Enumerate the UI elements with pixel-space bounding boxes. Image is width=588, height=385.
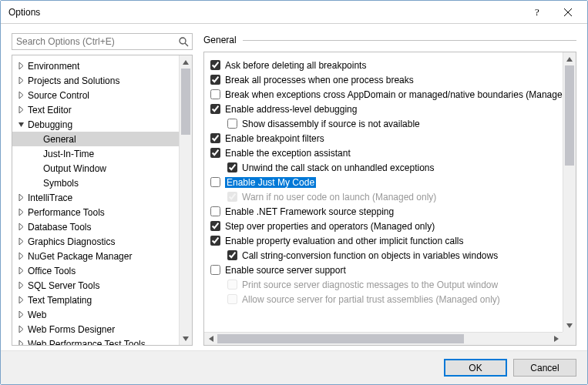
option-checkbox [227,294,237,304]
option-checkbox[interactable] [227,162,237,172]
option-checkbox [227,192,237,202]
chevron-right-icon[interactable] [15,61,26,72]
tree-item[interactable]: Projects and Solutions [12,73,192,88]
tree-item[interactable]: Database Tools [12,219,192,234]
option-item[interactable]: Enable address-level debugging [210,102,559,116]
option-item[interactable]: Ask before deleting all breakpoints [210,58,559,72]
tree-item[interactable]: Web Performance Test Tools [12,336,192,345]
option-item[interactable]: Enable the exception assistant [210,146,559,160]
tree-item[interactable]: NuGet Package Manager [12,249,192,263]
option-checkbox[interactable] [210,265,220,275]
option-item[interactable]: Break when exceptions cross AppDomain or… [210,87,559,102]
hscroll-thumb[interactable] [217,334,464,343]
tree-subitem[interactable]: General [12,132,192,146]
option-item[interactable]: Enable breakpoint filters [210,131,559,146]
tree-item[interactable]: Source Control [12,88,192,102]
tree-item[interactable]: Performance Tools [12,205,192,219]
close-button[interactable] [553,2,583,23]
search-field[interactable] [12,33,193,50]
chevron-right-icon[interactable] [15,295,26,306]
option-item[interactable]: Unwind the call stack on unhandled excep… [227,160,559,175]
tree-item[interactable]: Debugging [12,117,192,132]
right-column: General Ask before deleting all breakpoi… [203,33,576,346]
tree-item-label: Environment [26,61,79,72]
option-label: Step over properties and operators (Mana… [225,221,435,232]
chevron-right-icon[interactable] [15,192,26,203]
chevron-right-icon[interactable] [15,310,26,320]
option-label: Call string-conversion function on objec… [242,250,498,261]
chevron-right-icon[interactable] [15,236,26,247]
option-checkbox[interactable] [227,119,237,129]
option-item[interactable]: Enable Just My Code [210,175,559,189]
tree-scrollbar-thumb[interactable] [181,69,190,135]
chevron-right-icon[interactable] [15,222,26,233]
section-header: General [203,33,576,47]
tree-item[interactable]: SQL Server Tools [12,278,192,293]
scroll-left-icon[interactable] [204,333,217,345]
chevron-right-icon[interactable] [15,339,26,346]
tree-item[interactable]: Web Forms Designer [12,322,192,336]
chevron-right-icon[interactable] [15,207,26,218]
chevron-right-icon[interactable] [15,90,26,101]
ok-button[interactable]: OK [444,359,507,377]
option-label: Show disassembly if source is not availa… [242,119,420,129]
tree-subitem[interactable]: Symbols [12,176,192,190]
vscroll-track[interactable] [563,65,576,319]
scroll-up-icon[interactable] [180,55,192,69]
tree-item[interactable]: Graphics Diagnostics [12,234,192,249]
tree-item[interactable]: Text Templating [12,293,192,307]
tree-item[interactable]: IntelliTrace [12,190,192,205]
options-vscrollbar[interactable] [563,52,576,332]
chevron-down-icon[interactable] [15,119,26,130]
tree-item-label: Symbols [42,178,79,189]
option-checkbox[interactable] [210,148,220,158]
option-checkbox[interactable] [210,89,220,99]
cancel-button[interactable]: Cancel [513,359,576,377]
option-checkbox[interactable] [210,75,220,85]
option-item[interactable]: Step over properties and operators (Mana… [210,219,559,233]
option-item: Allow source server for partial trust as… [227,292,559,306]
option-checkbox[interactable] [227,250,237,260]
chevron-right-icon[interactable] [15,251,26,262]
search-input[interactable] [12,34,192,49]
tree-subitem[interactable]: Output Window [12,161,192,176]
chevron-right-icon[interactable] [15,324,26,335]
help-button[interactable]: ? [522,2,553,23]
tree-item[interactable]: Environment [12,59,192,73]
tree-scrollbar[interactable] [179,55,192,345]
option-item[interactable]: Enable property evaluation and other imp… [210,233,559,248]
tree-item[interactable]: Office Tools [12,263,192,278]
scroll-down-icon[interactable] [563,319,576,332]
option-checkbox[interactable] [210,236,220,246]
tree-item-label: Debugging [26,119,72,130]
scroll-right-icon[interactable] [549,333,563,345]
tree-item[interactable]: Web [12,307,192,322]
scroll-up-icon[interactable] [563,52,576,65]
chevron-right-icon[interactable] [15,75,26,86]
option-checkbox[interactable] [210,60,220,70]
vscroll-thumb[interactable] [565,65,574,166]
option-checkbox[interactable] [210,177,220,187]
svg-line-4 [185,43,188,46]
option-checkbox[interactable] [210,206,220,216]
svg-text:?: ? [535,7,539,18]
option-checkbox[interactable] [210,104,220,114]
option-item[interactable]: Call string-conversion function on objec… [227,248,559,263]
chevron-right-icon[interactable] [15,105,26,116]
tree-scrollbar-track[interactable] [180,69,192,332]
tree-subitem[interactable]: Just-In-Time [12,146,192,161]
option-item[interactable]: Enable source server support [210,263,559,277]
chevron-right-icon[interactable] [15,266,26,276]
option-checkbox[interactable] [210,133,220,143]
option-checkbox[interactable] [210,221,220,231]
scroll-down-icon[interactable] [180,332,192,345]
option-item[interactable]: Enable .NET Framework source stepping [210,204,559,219]
option-item[interactable]: Show disassembly if source is not availa… [227,116,559,131]
chevron-right-icon[interactable] [15,280,26,291]
hscroll-track[interactable] [217,333,549,345]
option-item[interactable]: Break all processes when one process bre… [210,72,559,87]
tree-item[interactable]: Text Editor [12,102,192,117]
options-hscrollbar[interactable] [204,332,563,345]
svg-point-3 [180,38,186,44]
tree-item-label: Output Window [42,163,106,174]
